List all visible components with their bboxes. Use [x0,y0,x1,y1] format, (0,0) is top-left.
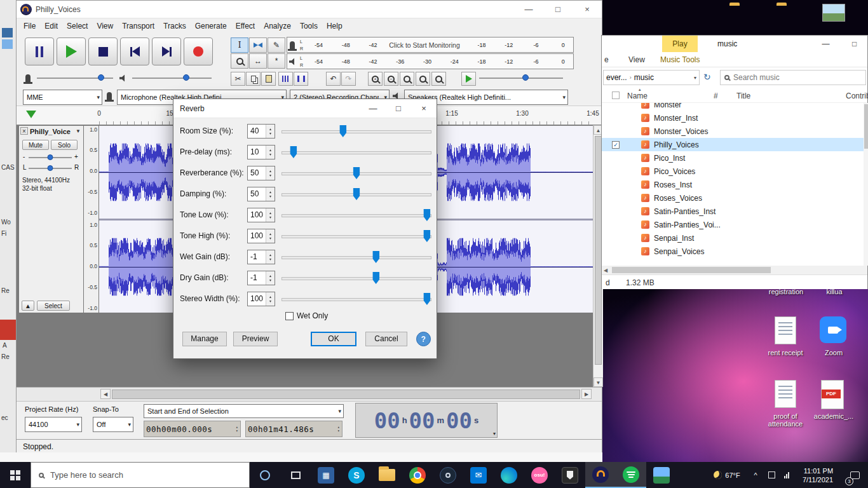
menu-help[interactable]: Help [322,20,347,32]
scroll-down-arrow[interactable]: ▼ [593,377,603,387]
file-row[interactable]: ♪Senpai_Voices [602,245,867,258]
solo-button[interactable]: Solo [51,140,78,150]
breadcrumb[interactable]: ever... › music ▾ [603,70,700,85]
pen-tray-icon[interactable] [764,462,779,488]
slider-thumb[interactable] [372,251,379,263]
close-icon[interactable]: × [573,1,602,18]
spinner-arrows-icon[interactable]: ▴▾ [266,187,275,201]
track-name[interactable]: Philly_Voice [30,128,71,135]
maximize-icon[interactable]: □ [543,1,573,18]
timeshift-tool-button[interactable]: ↔ [249,53,267,69]
file-row[interactable]: ♪Roses_Voices [602,191,867,205]
desktop-icon-label[interactable]: academic_... [813,412,854,420]
scrollbar-thumb[interactable] [864,104,868,149]
slider-thumb[interactable] [183,74,189,81]
zoom-in-button[interactable]: + [368,72,383,86]
desktop-icon-label[interactable]: proof of attendance [760,412,811,428]
menu-file[interactable]: File [19,20,40,32]
monitoring-hint-text[interactable]: Click to Start Monitoring [389,41,459,49]
manage-button[interactable]: Manage [182,332,227,346]
file-row[interactable]: ♪Satin-Panties_Inst [602,205,867,218]
slider-thumb[interactable] [48,154,53,160]
selection-tool-button[interactable]: I [231,37,248,53]
recording-meter[interactable]: L R -54 -48 -42 Click to Start Monitorin… [287,37,574,53]
file-row[interactable]: ♪Roses_Inst [602,178,867,191]
playback-volume-slider[interactable] [132,72,212,85]
pause-button[interactable] [25,37,54,65]
file-row-selected[interactable]: ✓♪Philly_Voices [602,138,867,151]
column-contributing[interactable]: Contribu [846,92,868,100]
column-number[interactable]: # [714,92,718,100]
cortana-button[interactable] [250,462,280,488]
selection-end-field[interactable]: 00h01m41.486s▴▾ [245,421,342,437]
reverb-titlebar[interactable]: Reverb — □ × [173,99,437,118]
pre-delay-slider[interactable] [281,145,431,159]
scroll-left-arrow[interactable]: ◀ [100,389,111,399]
wet-only-row[interactable]: Wet Only [285,311,328,320]
tone-high-slider[interactable] [281,229,431,243]
pre-delay-input[interactable]: 10▴▾ [247,145,275,159]
scroll-left-arrow[interactable]: ◀ [604,268,607,273]
ok-button[interactable]: OK [311,332,356,346]
fit-project-button[interactable] [416,72,430,86]
desktop-icon-proof-of-attendance[interactable] [775,380,796,408]
project-rate-select[interactable]: 44100▾ [25,417,82,432]
taskbar-app-steam[interactable] [433,462,463,488]
menu-select[interactable]: Select [62,20,92,32]
spinner-arrows-icon[interactable]: ▴▾ [337,425,340,433]
multi-tool-button[interactable]: * [268,53,285,69]
playhead-triangle-icon[interactable] [26,111,36,118]
zoom-out-button[interactable]: − [384,72,398,86]
play-at-speed-button[interactable] [461,72,476,86]
snap-to-select[interactable]: Off▾ [93,417,133,432]
slider-thumb[interactable] [48,165,53,171]
play-button[interactable] [57,37,86,65]
slider-thumb[interactable] [353,167,360,179]
spinner-arrows-icon[interactable]: ▴▾ [266,292,275,306]
stereo-width-slider[interactable] [281,292,431,306]
taskbar-app-calculator[interactable]: ▦ [311,462,341,488]
help-button[interactable]: ? [416,332,431,346]
menu-edit[interactable]: Edit [40,20,62,32]
horizontal-scrollbar[interactable]: ◀ [602,266,867,274]
reverberance-input[interactable]: 50▴▾ [247,166,275,180]
file-row[interactable]: ♪Senpai_Inst [602,231,867,245]
taskbar-search[interactable]: Type here to search [31,462,250,488]
spinner-arrows-icon[interactable]: ▴▾ [266,146,275,159]
damping-slider[interactable] [281,187,431,201]
file-row[interactable]: ♪Monster_Inst [602,111,867,125]
cancel-button[interactable]: Cancel [365,332,407,346]
damping-input[interactable]: 50▴▾ [247,187,275,201]
spinner-arrows-icon[interactable]: ▴▾ [266,250,275,264]
desktop-icon-label[interactable]: rent receipt [761,349,810,356]
menu-effect[interactable]: Effect [231,20,259,32]
selection-start-field[interactable]: 00h00m00.000s▴▾ [144,421,241,437]
spinner-arrows-icon[interactable]: ▴▾ [266,125,275,138]
vertical-scrollbar[interactable] [864,103,868,266]
tab-fragment[interactable]: e [604,55,609,64]
slider-thumb[interactable] [423,293,430,305]
contextual-tab-play[interactable]: Play [662,36,698,52]
wet-only-checkbox[interactable] [285,312,294,320]
stop-button[interactable] [88,37,118,65]
audacity-titlebar[interactable]: Philly_Voices — □ × [17,1,602,18]
stereo-width-input[interactable]: 100▴▾ [247,292,275,306]
spinner-arrows-icon[interactable]: ▴▾ [266,271,275,285]
slider-thumb[interactable] [423,209,430,221]
reverberance-slider[interactable] [281,166,431,180]
desktop-icon-zoom[interactable] [820,316,846,343]
skip-to-end-button[interactable] [152,37,181,65]
breadcrumb-current[interactable]: music [634,73,654,82]
chevron-down-icon[interactable]: ▾ [694,75,696,81]
minimize-icon[interactable]: — [360,99,386,118]
menu-view[interactable]: View [92,20,118,32]
playback-meter[interactable]: L R -54 -48 -42 -36 -30 -24 -18 -12 -6 0 [287,53,574,69]
file-row[interactable]: ♪Monster [602,103,867,111]
horizontal-scrollbar[interactable]: ◀ ▶ [17,387,602,401]
maximize-icon[interactable]: □ [386,99,411,118]
action-center-button[interactable]: 3 [841,462,868,488]
spinner-arrows-icon[interactable]: ▴▾ [236,425,238,433]
task-view-button[interactable] [280,462,311,488]
track-close-button[interactable]: × [20,127,28,135]
zoom-tool-button[interactable] [231,53,248,69]
